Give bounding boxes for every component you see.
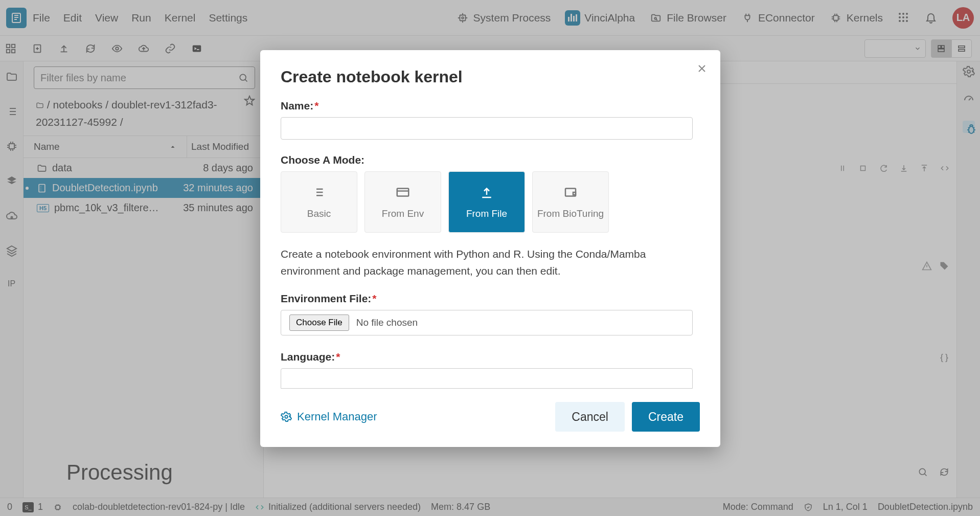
- wallet-mode-icon: [563, 185, 578, 200]
- name-label: Name:*: [281, 100, 693, 112]
- mode-label: Basic: [307, 208, 331, 219]
- language-label: Language:*: [281, 351, 693, 363]
- modal-footer: Kernel Manager Cancel Create: [281, 402, 700, 432]
- gear-link-icon: [281, 411, 292, 422]
- language-input[interactable]: [281, 368, 693, 389]
- mode-label: From File: [466, 208, 507, 219]
- modal-title: Create notebook kernel: [281, 68, 700, 86]
- kernel-name-input[interactable]: [281, 117, 693, 140]
- mode-from-file[interactable]: From File: [448, 171, 525, 233]
- svg-point-37: [285, 415, 288, 418]
- mode-from-env[interactable]: From Env: [364, 171, 441, 233]
- close-modal-icon[interactable]: [696, 62, 708, 75]
- svg-rect-35: [397, 189, 409, 196]
- mode-description: Create a notebook environment with Pytho…: [281, 246, 693, 279]
- cancel-button[interactable]: Cancel: [555, 402, 625, 432]
- create-button[interactable]: Create: [632, 402, 700, 432]
- file-chosen-label: No file chosen: [356, 317, 418, 328]
- file-picker: Choose File No file chosen: [281, 310, 693, 335]
- create-kernel-modal: Create notebook kernel Name:* Choose A M…: [260, 50, 720, 447]
- mode-label: From Env: [382, 208, 424, 219]
- mode-label: Choose A Mode:: [281, 154, 693, 166]
- mode-grid: Basic From Env From File From BioTuring: [281, 171, 693, 233]
- env-file-label: Environment File:*: [281, 293, 693, 305]
- mode-from-bioturing[interactable]: From BioTuring: [532, 171, 609, 233]
- list-mode-icon: [311, 185, 327, 200]
- env-mode-icon: [395, 185, 411, 200]
- kernel-manager-link[interactable]: Kernel Manager: [281, 410, 377, 423]
- choose-file-button[interactable]: Choose File: [289, 315, 349, 331]
- upload-mode-icon: [479, 185, 494, 200]
- mode-label: From BioTuring: [537, 208, 604, 219]
- mode-basic[interactable]: Basic: [281, 171, 357, 233]
